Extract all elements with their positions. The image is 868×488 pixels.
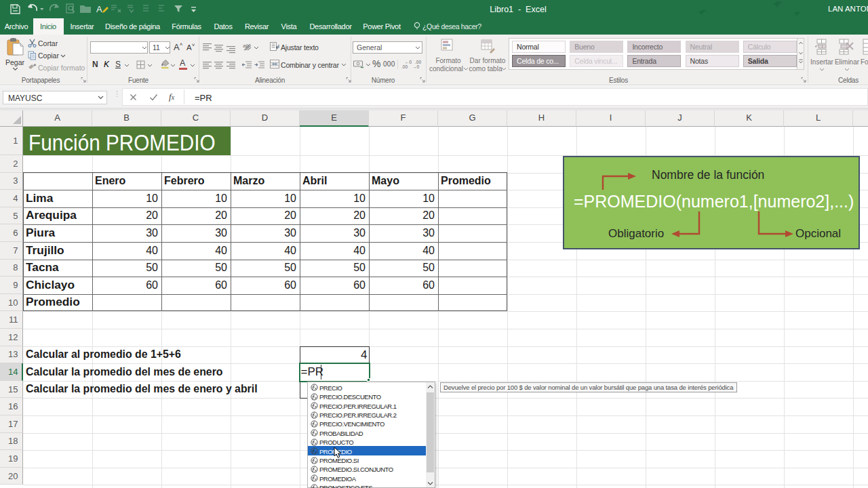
svg-text:→0: →0 [412,64,420,69]
svg-text:ab: ab [243,43,249,49]
svg-text:.00: .00 [415,60,421,64]
svg-text:A: A [96,4,102,14]
svg-text:←0: ←0 [405,60,412,64]
svg-text:.00: .00 [401,64,408,69]
